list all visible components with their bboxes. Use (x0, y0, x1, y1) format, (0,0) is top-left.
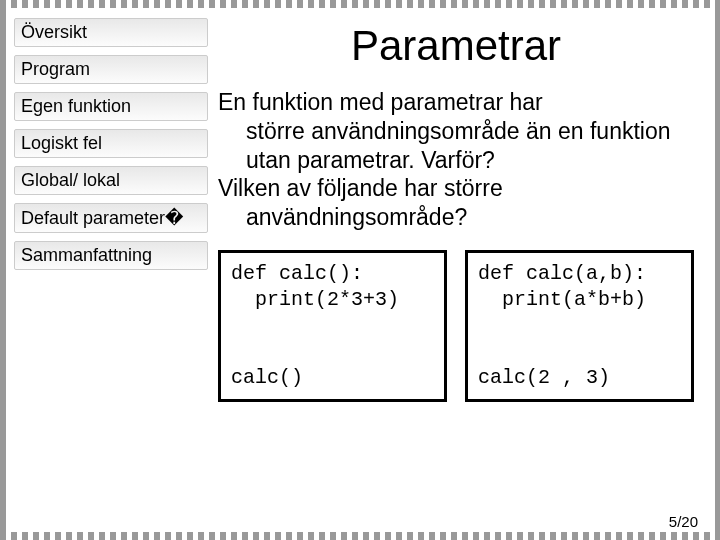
sidebar-item-label: Program (21, 59, 90, 79)
para-indent-2: användningsområde? (218, 203, 694, 232)
slide: Översikt Program Egen funktion Logiskt f… (0, 0, 720, 540)
main-content: Parametrar En funktion med parametrar ha… (208, 8, 712, 532)
sidebar-item-egen-funktion[interactable]: Egen funktion (14, 92, 208, 121)
sidebar-item-logiskt-fel[interactable]: Logiskt fel (14, 129, 208, 158)
sidebar-item-label: Global/ lokal (21, 170, 120, 190)
sidebar-item-global-lokal[interactable]: Global/ lokal (14, 166, 208, 195)
sidebar: Översikt Program Egen funktion Logiskt f… (8, 8, 208, 532)
sidebar-item-label: Logiskt fel (21, 133, 102, 153)
page-number: 5/20 (669, 513, 698, 530)
para-indent-1: större användningsområde än en funktion … (218, 117, 694, 175)
sidebar-item-label: Default parameter� (21, 208, 183, 228)
sidebar-item-default-parameter[interactable]: Default parameter� (14, 203, 208, 233)
page-title: Parametrar (218, 22, 694, 70)
para-line-1: En funktion med parametrar har (218, 89, 543, 115)
code-box-right: def calc(a,b): print(a*b+b) calc(2 , 3) (465, 250, 694, 402)
sidebar-item-label: Sammanfattning (21, 245, 152, 265)
sidebar-item-program[interactable]: Program (14, 55, 208, 84)
code-box-left: def calc(): print(2*3+3) calc() (218, 250, 447, 402)
para-line-2: Vilken av följande har större (218, 175, 503, 201)
sidebar-item-oversikt[interactable]: Översikt (14, 18, 208, 47)
sidebar-item-label: Egen funktion (21, 96, 131, 116)
sidebar-item-label: Översikt (21, 22, 87, 42)
body-text: En funktion med parametrar har större an… (218, 88, 694, 232)
code-row: def calc(): print(2*3+3) calc() def calc… (218, 250, 694, 402)
sidebar-item-sammanfattning[interactable]: Sammanfattning (14, 241, 208, 270)
